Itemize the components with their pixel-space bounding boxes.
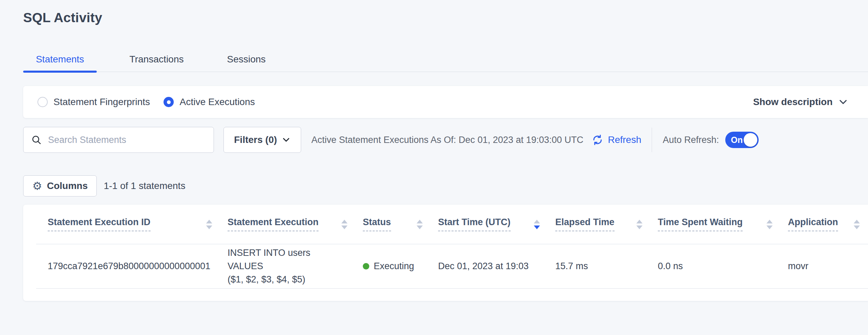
search-box[interactable]: [23, 127, 214, 153]
refresh-icon: [591, 134, 604, 146]
radio-circle-icon[interactable]: [164, 97, 174, 107]
header-start-time[interactable]: Start Time (UTC): [438, 217, 555, 231]
show-description-button[interactable]: Show description: [753, 97, 848, 107]
header-application[interactable]: Application: [788, 217, 868, 231]
cell-application: movr: [788, 261, 868, 272]
view-mode-card: Statement Fingerprints Active Executions…: [23, 86, 868, 118]
status-dot-icon: [363, 263, 369, 270]
radio-active-executions[interactable]: Active Executions: [164, 97, 255, 107]
tab-statements[interactable]: Statements: [23, 47, 97, 72]
sort-icon[interactable]: [636, 220, 642, 229]
sort-icon[interactable]: [534, 220, 540, 229]
cell-execution-id: 179cca7921e679b80000000000000001: [48, 261, 228, 272]
show-description-label: Show description: [753, 97, 833, 107]
sql-activity-page: SQL Activity Statements Transactions Ses…: [0, 0, 868, 335]
as-of-text: Active Statement Executions As Of: Dec 0…: [311, 135, 583, 145]
sort-icon[interactable]: [417, 220, 423, 229]
search-icon: [31, 134, 42, 145]
toggle-state-label: On: [731, 135, 743, 145]
filters-label: Filters (0): [234, 134, 277, 145]
refresh-button[interactable]: Refresh: [591, 134, 641, 146]
sort-icon[interactable]: [766, 220, 773, 229]
search-input[interactable]: [47, 134, 206, 146]
controls-row: Filters (0) Active Statement Executions …: [23, 127, 868, 153]
chevron-down-icon: [838, 97, 848, 107]
cell-status: Executing: [363, 261, 438, 272]
gear-icon: ⚙: [32, 180, 42, 191]
result-count: 1-1 of 1 statements: [104, 180, 185, 191]
table-toolbar: ⚙ Columns 1-1 of 1 statements: [23, 175, 185, 196]
header-time-spent-waiting[interactable]: Time Spent Waiting: [658, 217, 788, 231]
radio-label: Active Executions: [180, 97, 255, 107]
page-title: SQL Activity: [23, 10, 102, 25]
columns-button-label: Columns: [47, 180, 88, 191]
radio-statement-fingerprints[interactable]: Statement Fingerprints: [37, 97, 150, 107]
tab-transactions[interactable]: Transactions: [129, 47, 184, 72]
cell-start-time: Dec 01, 2023 at 19:03: [438, 261, 555, 272]
radio-circle-icon[interactable]: [37, 97, 48, 107]
status-label: Executing: [374, 261, 414, 272]
auto-refresh-toggle[interactable]: On: [725, 132, 759, 148]
vertical-divider: [652, 128, 652, 152]
statements-table: Statement Execution ID Statement Executi…: [23, 205, 868, 301]
header-elapsed-time[interactable]: Elapsed Time: [555, 217, 658, 231]
radio-label: Statement Fingerprints: [53, 97, 150, 107]
columns-button[interactable]: ⚙ Columns: [23, 175, 97, 196]
sort-icon[interactable]: [854, 220, 860, 229]
chevron-down-icon: [282, 135, 291, 144]
table-header-row: Statement Execution ID Statement Executi…: [36, 205, 868, 244]
cell-elapsed-time: 15.7 ms: [555, 261, 658, 272]
refresh-label: Refresh: [608, 134, 641, 145]
filters-button[interactable]: Filters (0): [223, 127, 301, 153]
tab-bar: Statements Transactions Sessions: [23, 47, 868, 72]
sort-icon[interactable]: [341, 220, 347, 229]
cell-statement[interactable]: INSERT INTO users VALUES ($1, $2, $3, $4…: [228, 246, 363, 286]
header-statement-execution-id[interactable]: Statement Execution ID: [48, 217, 228, 231]
cell-time-spent-waiting: 0.0 ns: [658, 261, 788, 272]
auto-refresh-label: Auto Refresh:: [663, 135, 719, 145]
table-row[interactable]: 179cca7921e679b80000000000000001 INSERT …: [36, 244, 868, 289]
toggle-knob[interactable]: [744, 133, 757, 147]
tab-sessions[interactable]: Sessions: [227, 47, 266, 72]
header-statement-execution[interactable]: Statement Execution: [228, 217, 363, 231]
header-status[interactable]: Status: [363, 217, 438, 231]
sort-icon[interactable]: [206, 220, 212, 229]
